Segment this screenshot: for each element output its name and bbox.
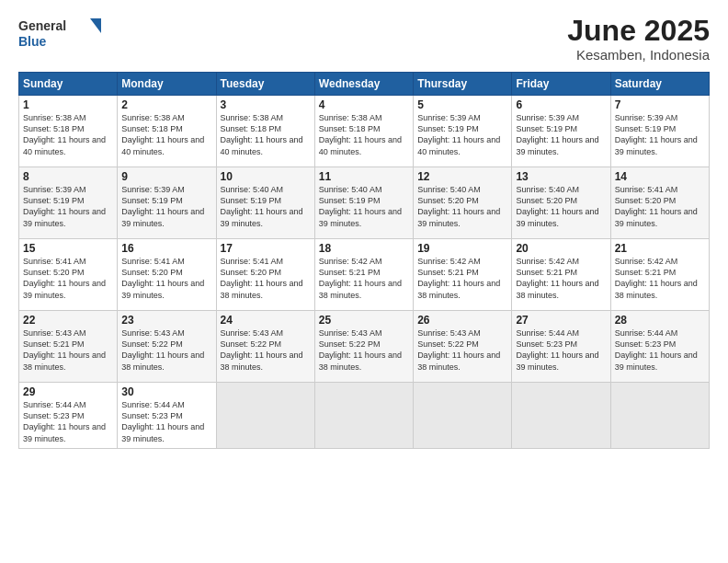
- day-info: Sunrise: 5:39 AM Sunset: 5:19 PM Dayligh…: [121, 184, 211, 229]
- table-row: 13Sunrise: 5:40 AM Sunset: 5:20 PM Dayli…: [512, 167, 610, 239]
- logo: General Blue: [18, 15, 101, 50]
- day-number: 3: [221, 98, 311, 111]
- table-row: 7Sunrise: 5:39 AM Sunset: 5:19 PM Daylig…: [610, 96, 709, 167]
- table-row: 15Sunrise: 5:41 AM Sunset: 5:20 PM Dayli…: [19, 239, 118, 311]
- day-number: 6: [516, 98, 606, 111]
- table-row: 27Sunrise: 5:44 AM Sunset: 5:23 PM Dayli…: [512, 311, 610, 383]
- day-info: Sunrise: 5:42 AM Sunset: 5:21 PM Dayligh…: [417, 256, 507, 301]
- table-row: 11Sunrise: 5:40 AM Sunset: 5:19 PM Dayli…: [314, 167, 413, 239]
- table-row: 17Sunrise: 5:41 AM Sunset: 5:20 PM Dayli…: [216, 239, 314, 311]
- calendar-header-row: Sunday Monday Tuesday Wednesday Thursday…: [19, 73, 710, 96]
- day-info: Sunrise: 5:41 AM Sunset: 5:20 PM Dayligh…: [615, 184, 705, 229]
- generalblue-logo-icon: General Blue: [18, 15, 101, 50]
- table-row: [216, 383, 314, 449]
- day-number: 29: [23, 385, 113, 398]
- day-number: 1: [23, 98, 113, 111]
- table-row: 25Sunrise: 5:43 AM Sunset: 5:22 PM Dayli…: [314, 311, 413, 383]
- day-number: 17: [221, 242, 311, 255]
- day-info: Sunrise: 5:40 AM Sunset: 5:19 PM Dayligh…: [221, 184, 311, 229]
- day-number: 25: [319, 314, 409, 327]
- day-info: Sunrise: 5:44 AM Sunset: 5:23 PM Dayligh…: [121, 399, 211, 444]
- day-number: 9: [121, 170, 211, 183]
- day-info: Sunrise: 5:43 AM Sunset: 5:22 PM Dayligh…: [417, 327, 507, 373]
- day-info: Sunrise: 5:39 AM Sunset: 5:19 PM Dayligh…: [516, 112, 606, 157]
- day-info: Sunrise: 5:43 AM Sunset: 5:21 PM Dayligh…: [23, 327, 113, 373]
- svg-text:General: General: [18, 18, 66, 33]
- table-row: 22Sunrise: 5:43 AM Sunset: 5:21 PM Dayli…: [19, 311, 118, 383]
- day-number: 14: [615, 170, 705, 183]
- day-number: 2: [121, 98, 211, 111]
- table-row: 29Sunrise: 5:44 AM Sunset: 5:23 PM Dayli…: [19, 383, 118, 449]
- day-info: Sunrise: 5:40 AM Sunset: 5:19 PM Dayligh…: [319, 184, 409, 229]
- col-saturday: Saturday: [610, 73, 709, 96]
- day-number: 5: [417, 98, 507, 111]
- day-number: 26: [417, 314, 507, 327]
- header: General Blue June 2025 Kesamben, Indones…: [18, 15, 710, 63]
- day-info: Sunrise: 5:41 AM Sunset: 5:20 PM Dayligh…: [121, 256, 211, 301]
- day-info: Sunrise: 5:43 AM Sunset: 5:22 PM Dayligh…: [121, 327, 211, 373]
- col-friday: Friday: [512, 73, 610, 96]
- day-number: 15: [23, 242, 113, 255]
- day-number: 23: [121, 314, 211, 327]
- table-row: 20Sunrise: 5:42 AM Sunset: 5:21 PM Dayli…: [512, 239, 610, 311]
- day-info: Sunrise: 5:41 AM Sunset: 5:20 PM Dayligh…: [221, 256, 311, 301]
- table-row: 18Sunrise: 5:42 AM Sunset: 5:21 PM Dayli…: [314, 239, 413, 311]
- day-number: 10: [221, 170, 311, 183]
- svg-text:Blue: Blue: [18, 34, 47, 49]
- table-row: 28Sunrise: 5:44 AM Sunset: 5:23 PM Dayli…: [610, 311, 709, 383]
- col-thursday: Thursday: [414, 73, 512, 96]
- day-info: Sunrise: 5:42 AM Sunset: 5:21 PM Dayligh…: [516, 256, 606, 301]
- table-row: 23Sunrise: 5:43 AM Sunset: 5:22 PM Dayli…: [118, 311, 216, 383]
- table-row: 6Sunrise: 5:39 AM Sunset: 5:19 PM Daylig…: [512, 96, 610, 167]
- day-info: Sunrise: 5:38 AM Sunset: 5:18 PM Dayligh…: [319, 112, 409, 157]
- col-wednesday: Wednesday: [314, 73, 413, 96]
- day-info: Sunrise: 5:40 AM Sunset: 5:20 PM Dayligh…: [417, 184, 507, 229]
- page-title: June 2025: [567, 15, 710, 47]
- table-row: 16Sunrise: 5:41 AM Sunset: 5:20 PM Dayli…: [118, 239, 216, 311]
- table-row: 3Sunrise: 5:38 AM Sunset: 5:18 PM Daylig…: [216, 96, 314, 167]
- day-number: 30: [121, 385, 211, 398]
- svg-marker-2: [90, 18, 101, 33]
- day-number: 22: [23, 314, 113, 327]
- day-info: Sunrise: 5:38 AM Sunset: 5:18 PM Dayligh…: [23, 112, 113, 157]
- table-row: 4Sunrise: 5:38 AM Sunset: 5:18 PM Daylig…: [314, 96, 413, 167]
- day-number: 24: [221, 314, 311, 327]
- day-info: Sunrise: 5:41 AM Sunset: 5:20 PM Dayligh…: [23, 256, 113, 301]
- table-row: 9Sunrise: 5:39 AM Sunset: 5:19 PM Daylig…: [118, 167, 216, 239]
- table-row: [512, 383, 610, 449]
- table-row: 24Sunrise: 5:43 AM Sunset: 5:22 PM Dayli…: [216, 311, 314, 383]
- col-tuesday: Tuesday: [216, 73, 314, 96]
- day-info: Sunrise: 5:44 AM Sunset: 5:23 PM Dayligh…: [615, 327, 705, 373]
- day-number: 20: [516, 242, 606, 255]
- day-number: 27: [516, 314, 606, 327]
- day-info: Sunrise: 5:40 AM Sunset: 5:20 PM Dayligh…: [516, 184, 606, 229]
- day-number: 11: [319, 170, 409, 183]
- day-number: 28: [615, 314, 705, 327]
- day-number: 19: [417, 242, 507, 255]
- day-number: 7: [615, 98, 705, 111]
- table-row: 30Sunrise: 5:44 AM Sunset: 5:23 PM Dayli…: [118, 383, 216, 449]
- day-info: Sunrise: 5:42 AM Sunset: 5:21 PM Dayligh…: [615, 256, 705, 301]
- calendar-table: Sunday Monday Tuesday Wednesday Thursday…: [18, 72, 710, 449]
- day-info: Sunrise: 5:39 AM Sunset: 5:19 PM Dayligh…: [23, 184, 113, 229]
- table-row: 14Sunrise: 5:41 AM Sunset: 5:20 PM Dayli…: [610, 167, 709, 239]
- day-info: Sunrise: 5:39 AM Sunset: 5:19 PM Dayligh…: [615, 112, 705, 157]
- day-info: Sunrise: 5:43 AM Sunset: 5:22 PM Dayligh…: [319, 327, 409, 373]
- day-number: 16: [121, 242, 211, 255]
- table-row: 26Sunrise: 5:43 AM Sunset: 5:22 PM Dayli…: [414, 311, 512, 383]
- table-row: 8Sunrise: 5:39 AM Sunset: 5:19 PM Daylig…: [19, 167, 118, 239]
- table-row: 19Sunrise: 5:42 AM Sunset: 5:21 PM Dayli…: [414, 239, 512, 311]
- day-info: Sunrise: 5:44 AM Sunset: 5:23 PM Dayligh…: [23, 399, 113, 444]
- day-info: Sunrise: 5:43 AM Sunset: 5:22 PM Dayligh…: [221, 327, 311, 373]
- day-number: 12: [417, 170, 507, 183]
- day-number: 8: [23, 170, 113, 183]
- col-monday: Monday: [118, 73, 216, 96]
- day-number: 4: [319, 98, 409, 111]
- day-info: Sunrise: 5:38 AM Sunset: 5:18 PM Dayligh…: [121, 112, 211, 157]
- col-sunday: Sunday: [19, 73, 118, 96]
- table-row: [414, 383, 512, 449]
- title-block: June 2025 Kesamben, Indonesia: [567, 15, 710, 63]
- table-row: 12Sunrise: 5:40 AM Sunset: 5:20 PM Dayli…: [414, 167, 512, 239]
- table-row: [610, 383, 709, 449]
- day-number: 13: [516, 170, 606, 183]
